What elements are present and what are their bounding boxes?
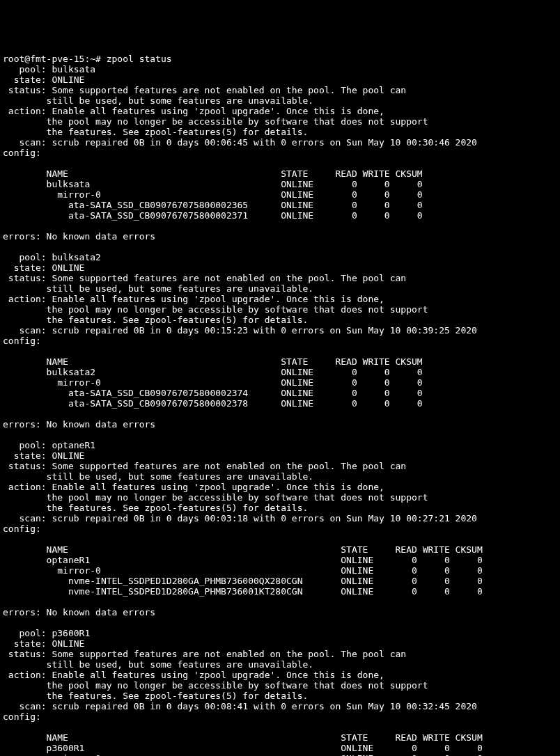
terminal-output: root@fmt-pve-15:~# zpool status pool: bu…	[3, 54, 557, 756]
